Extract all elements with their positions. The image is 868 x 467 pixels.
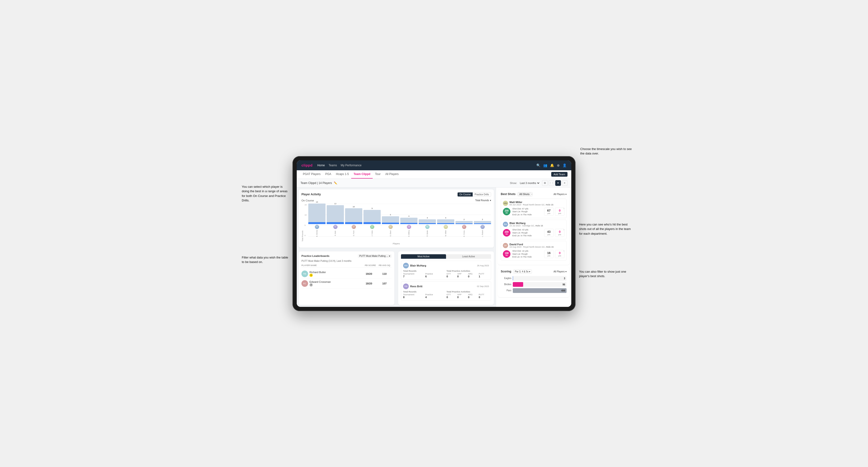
tablet-frame: clippd Home Teams My Performance 🔍 👥 🔔 ⊕… <box>292 156 576 311</box>
view-grid2-button[interactable]: ⊞ <box>542 180 548 186</box>
shot-avatar-dford: DF <box>503 243 508 248</box>
subnav-team-clippd[interactable]: Team Clippd <box>351 170 373 179</box>
tab-most-active[interactable]: Most Active <box>401 254 446 259</box>
tab-least-active[interactable]: Least Active <box>446 254 491 259</box>
nav-links: Home Teams My Performance <box>317 163 532 167</box>
activity-resbritt[interactable]: RB Rees Britt 02 Sep 2023 Total Rounds <box>401 281 491 301</box>
nav-home[interactable]: Home <box>317 163 325 167</box>
view-list-button[interactable]: ≡ <box>562 180 567 186</box>
shot-yds1-bmcharg: 43 yds <box>544 229 554 237</box>
most-active-card: Most Active Least Active BM Blair McHarg <box>398 251 494 305</box>
view-heart-button[interactable]: ♥ <box>555 180 561 186</box>
user-avatar-icon[interactable]: 👤 <box>563 163 566 167</box>
shot-yds-dford: 16 yds 0 yds <box>544 250 564 258</box>
bar-ecrossman[interactable]: 2 EC E. Cross... <box>456 218 473 237</box>
x-axis-label: Players <box>302 243 491 245</box>
scoring-row-eagles: Eagles 3 <box>501 276 566 281</box>
on-course-toggle[interactable]: On Course <box>458 192 473 196</box>
scoring-row-pars: Pars 499 <box>501 288 566 293</box>
nav-teams[interactable]: Teams <box>329 163 337 167</box>
scoring-filter-label: Par 3, 4 & 5s <box>515 270 529 273</box>
shot-avatar-bmcharg: BM <box>503 222 508 227</box>
tab-all-shots[interactable]: All Shots <box>518 192 531 196</box>
shot-meta-dford: 24 Aug 2023 · Royal North Devon GC, Hole… <box>509 246 554 248</box>
bar-dford[interactable]: 10 DF D. Ford <box>345 206 362 237</box>
bar-rbutler[interactable]: 3 RB R. Butler <box>418 217 436 237</box>
bar-bmcharg[interactable]: 13 BM B. McHarg <box>308 201 326 237</box>
avatar-eebert: EE <box>389 225 393 229</box>
view-grid3-button[interactable]: ⋮⋮ <box>549 180 554 186</box>
shot-yds2-dford: 0 yds <box>555 250 564 258</box>
y-axis-title: Total Rounds <box>302 204 304 242</box>
subnav-pga[interactable]: PGA <box>323 170 334 179</box>
avatar-rbutler-lb: RB <box>302 271 308 277</box>
shot-yds1-dford: 16 yds <box>544 250 554 258</box>
add-team-button[interactable]: Add Team <box>551 172 567 177</box>
shot-player-name-mmiller: Matt Miller <box>509 201 553 204</box>
scoring-card: Scoring Par 3, 4 & 5s ▾ All Players ▾ <box>498 267 569 297</box>
shot-david-ford[interactable]: DF David Ford 24 Aug 2023 · Royal North … <box>501 241 566 261</box>
avatar-rbritt: RB <box>333 225 338 229</box>
search-icon[interactable]: 🔍 <box>536 163 540 167</box>
add-circle-icon[interactable]: ⊕ <box>557 163 560 167</box>
subnav-hcaps[interactable]: Hcaps 1-5 <box>334 170 351 179</box>
avatar-mmiller: MM <box>444 225 448 229</box>
activity-avatar-resbritt: RB <box>403 283 409 289</box>
shot-yds2-mmiller: 0 yds <box>555 208 564 216</box>
bar-eebert[interactable]: 5 EE E. Ebert <box>382 214 399 237</box>
left-panel: Player Activity On Course Practice Drill… <box>297 187 496 307</box>
scoring-header: Scoring Par 3, 4 & 5s ▾ All Players ▾ <box>501 270 566 274</box>
best-shots-header: Best Shots All Shots ▾ All Players ▾ <box>501 192 566 196</box>
annotation-timescale: Choose the timescale you wish to see the… <box>580 147 634 156</box>
main-content: Player Activity On Course Practice Drill… <box>297 187 571 307</box>
shot-header-bmcharg: BM Blair McHarg 23 Jul 2023 · Ashridge G… <box>503 222 564 227</box>
bar-dbillingham[interactable]: 4 DB D. Billing... <box>400 215 417 237</box>
activity-avatar-bmcharg: BM <box>403 263 409 269</box>
shot-blair-mcharg[interactable]: BM Blair McHarg 23 Jul 2023 · Ashridge G… <box>501 220 566 239</box>
shot-player-name-bmcharg: Blair McHarg <box>509 222 543 224</box>
avatar-bmcharg: BM <box>315 225 319 229</box>
bell-icon[interactable]: 🔔 <box>550 163 554 167</box>
scoring-filter-dropdown[interactable]: Par 3, 4 & 5s ▾ <box>513 270 532 274</box>
scoring-players-label: All Players <box>554 270 565 273</box>
shot-stats-bmcharg: 200 SG Shot Dist: 43 ydsStart Lie: Rough… <box>503 228 564 237</box>
subnav-all-players[interactable]: All Players <box>383 170 401 179</box>
shot-details-dford: Shot Dist: 16 ydsStart Lie: RoughEnd Lie… <box>512 250 542 258</box>
player-activity-header: Player Activity On Course Practice Drill… <box>302 192 491 197</box>
shot-chevron-mmiller: › <box>563 206 564 210</box>
bar-rbritt[interactable]: 12 RB R. Britt <box>327 203 344 237</box>
leaderboard-row-rbutler[interactable]: RB Richard Butler 1 19/20 110 <box>302 269 392 279</box>
subnav-tour[interactable]: Tour <box>373 170 383 179</box>
activity-name-resbritt: Rees Britt <box>410 285 423 288</box>
activity-bmcharg[interactable]: BM Blair McHarg 26 Aug 2023 Total Rounds <box>401 261 491 280</box>
chart-area: Total Rounds 15 10 5 0 <box>302 204 491 242</box>
leaderboard-dropdown[interactable]: PUTT Must Make Putting ... ▾ <box>358 254 392 258</box>
shot-matt-miller[interactable]: MM Matt Miller 09 Jun 2023 · Royal North… <box>501 198 566 218</box>
shot-chevron-bmcharg: › <box>563 228 564 231</box>
all-players-dropdown[interactable]: All Players ▾ <box>554 193 566 195</box>
avatar-lrobertson: LR <box>480 225 485 229</box>
edit-team-icon[interactable]: ✏️ <box>334 181 337 185</box>
avatar-ecrossman-lb: EC <box>302 280 308 287</box>
shot-badge-bmcharg: 200 SG <box>503 229 510 237</box>
bars-container: 13 BM B. McHarg 12 <box>308 204 491 242</box>
shot-yds1-mmiller: 67 yds <box>544 208 554 216</box>
annotation-filter: Filter what data you wish the table to b… <box>242 255 290 264</box>
timescale-select[interactable]: Last 3 months Last month Last 6 months T… <box>519 181 540 185</box>
bar-lrobertson[interactable]: 2 LR L. Robert... <box>474 218 491 237</box>
all-players-label: All Players <box>554 193 565 195</box>
scoring-players-dropdown[interactable]: All Players ▾ <box>554 270 566 273</box>
scoring-players-chevron: ▾ <box>565 270 566 273</box>
leaderboard-row-ecrossman[interactable]: EC Edward Crossman 2 18/20 107 <box>302 279 392 288</box>
col-player-name: PLAYER NAME <box>302 264 363 267</box>
best-shots-title: Best Shots <box>501 192 516 196</box>
score-ecrossman: 18/20 <box>362 282 376 285</box>
subnav-pgat[interactable]: PGAT Players <box>301 170 323 179</box>
chart-filter-dropdown[interactable]: Total Rounds ▾ <box>475 199 491 201</box>
bar-mmiller[interactable]: 3 MM M. Miller <box>437 217 454 237</box>
bar-jcoles[interactable]: 9 JC J. Coles <box>364 207 381 237</box>
nav-my-performance[interactable]: My Performance <box>341 163 362 167</box>
users-icon[interactable]: 👥 <box>543 163 547 167</box>
scoring-val-pars: 499 <box>561 289 565 292</box>
practice-drills-toggle[interactable]: Practice Drills <box>473 192 491 196</box>
